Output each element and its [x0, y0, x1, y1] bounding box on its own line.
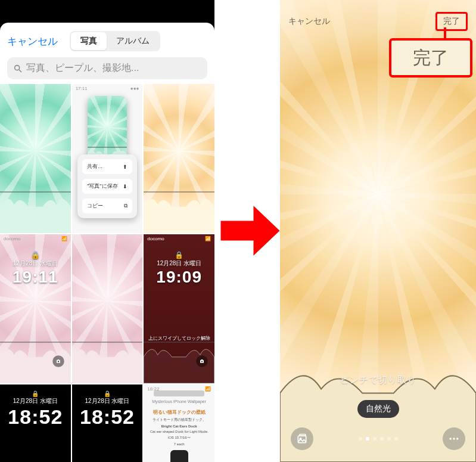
- page-dots: [359, 437, 398, 441]
- photo-grid: 17:11●●● 共有...⬆ "写真"に保存⬇ コピー⧉ docomo📶 🔒 …: [0, 84, 214, 462]
- photo-thumb-with-sharesheet[interactable]: 17:11●●● 共有...⬆ "写真"に保存⬇ コピー⧉: [72, 84, 143, 233]
- svg-point-0: [15, 65, 20, 70]
- editor-header: キャンセル 完了: [288, 12, 468, 31]
- status-bar: [0, 0, 214, 23]
- save-action[interactable]: "写真"に保存⬇: [82, 179, 132, 194]
- photo-thumb[interactable]: 🔒 12月28日 水曜日 18:52: [0, 385, 71, 462]
- svg-point-3: [201, 361, 203, 362]
- svg-point-8: [453, 438, 455, 439]
- camera-icon: [196, 355, 208, 367]
- share-icon: ⬆: [123, 164, 127, 170]
- photo-thumb[interactable]: [0, 84, 71, 233]
- editor-toolbar: [291, 427, 465, 450]
- download-icon: ⬇: [123, 184, 127, 190]
- photo-thumb[interactable]: docomo📶 🔒 12月28日 水曜日 19:09 上にスワイプしてロック解除: [144, 234, 214, 383]
- share-sheet: 共有...⬆ "写真"に保存⬇ コピー⧉: [77, 154, 137, 218]
- done-callout-highlight: 完了: [389, 38, 472, 77]
- segmented-control: 写真 アルバム: [70, 31, 160, 51]
- svg-point-9: [456, 438, 458, 439]
- photo-thumb[interactable]: 🔒 12月28日 水曜日 18:52: [72, 385, 143, 462]
- photo-library-button[interactable]: [291, 427, 313, 450]
- photo-picker-sheet: キャンセル 写真 アルバム 写真、ピープル、撮影地... 17:11●●●: [0, 23, 214, 462]
- photo-thumb[interactable]: [72, 234, 143, 383]
- photo-thumb-webpage[interactable]: 18:22📶 Mysterious iPhone Wallpaper 明るい猫耳…: [144, 385, 214, 462]
- filter-chip[interactable]: 自然光: [357, 400, 399, 418]
- search-placeholder: 写真、ピープル、撮影地...: [26, 62, 139, 75]
- tab-albums[interactable]: アルバム: [107, 32, 159, 50]
- svg-line-1: [19, 70, 21, 72]
- red-arrow-icon: [217, 198, 283, 263]
- editor-cancel-button[interactable]: キャンセル: [288, 16, 330, 27]
- svg-rect-5: [300, 435, 306, 436]
- copy-action[interactable]: コピー⧉: [82, 199, 132, 213]
- swipe-hint: 上にスワイプしてロック解除: [144, 335, 214, 342]
- tab-photos[interactable]: 写真: [71, 32, 107, 50]
- camera-icon: [52, 355, 64, 367]
- share-action[interactable]: 共有...⬆: [82, 159, 132, 174]
- more-button[interactable]: [443, 427, 465, 450]
- editor-done-button[interactable]: 完了: [435, 12, 468, 31]
- svg-point-7: [450, 438, 452, 439]
- picker-header: キャンセル 写真 アルバム: [0, 23, 214, 57]
- photo-thumb-selected[interactable]: [144, 84, 214, 233]
- photo-thumb[interactable]: docomo📶 🔒 12月28日 水曜日 19:11: [0, 234, 71, 383]
- copy-icon: ⧉: [124, 203, 127, 209]
- right-phone-wallpaper-editor: キャンセル 完了 完了 ピンチで切り取り 自然光: [280, 0, 476, 462]
- pinch-hint-text: ピンチで切り取り: [280, 374, 476, 386]
- search-icon: [13, 64, 23, 73]
- svg-rect-4: [298, 436, 306, 443]
- left-phone-photo-picker: キャンセル 写真 アルバム 写真、ピープル、撮影地... 17:11●●●: [0, 0, 214, 462]
- cancel-button[interactable]: キャンセル: [7, 35, 58, 48]
- search-input[interactable]: 写真、ピープル、撮影地...: [7, 57, 207, 79]
